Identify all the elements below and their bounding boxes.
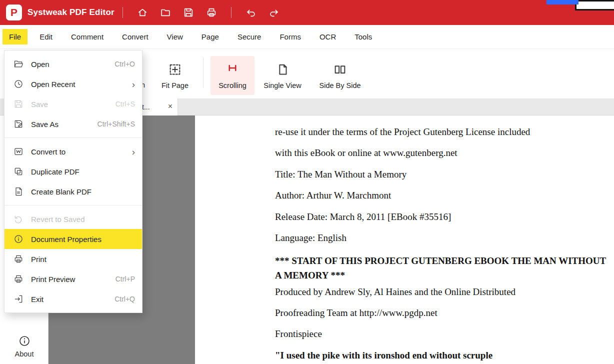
menu-item-document-properties[interactable]: Document Properties: [4, 229, 142, 249]
document-line: Language: English: [275, 232, 346, 244]
info-icon: [18, 335, 30, 347]
menu-item-shortcut: Ctrl+O: [114, 60, 135, 68]
menu-item-label: Convert to: [31, 148, 132, 156]
titlebar-divider: [231, 7, 232, 18]
menu-item-save[interactable]: Save Ctrl+S: [4, 94, 142, 114]
home-icon: [137, 7, 148, 18]
about-button[interactable]: About: [0, 335, 48, 358]
document-line: with this eBook or online at www.gutenbe…: [275, 148, 458, 158]
redo-button[interactable]: [262, 3, 286, 22]
document-line: *** START OF THIS PROJECT GUTENBERG EBOO…: [275, 254, 606, 282]
single-view-label: Single View: [264, 82, 302, 90]
printer-icon: [206, 7, 217, 18]
undo-icon: [245, 7, 257, 18]
save-icon: [183, 7, 194, 18]
app-logo: P: [6, 4, 22, 20]
save-icon: [14, 99, 24, 109]
menu-item-label: Revert to Saved: [31, 215, 135, 224]
titlebar-divider: [122, 7, 123, 18]
menu-divider: [4, 205, 142, 206]
menu-ocr[interactable]: OCR: [320, 29, 336, 44]
menu-item-label: Duplicate PDF: [31, 168, 135, 176]
menu-item-shortcut: Ctrl+S: [116, 100, 135, 108]
submenu-arrow-icon: ›: [132, 147, 135, 156]
about-label: About: [0, 350, 48, 358]
menu-item-label: Print: [31, 255, 135, 264]
menu-secure[interactable]: Secure: [238, 29, 262, 44]
menu-item-create-blank-pdf[interactable]: Create Blank PDF: [4, 182, 142, 202]
document-line: re-use it under the terms of the Project…: [275, 126, 530, 138]
scrolling-icon: [225, 62, 240, 77]
printer-icon: [14, 254, 24, 264]
document-line: "I used the pike with its ironshod end w…: [275, 350, 492, 361]
menu-item-duplicate-pdf[interactable]: Duplicate PDF: [4, 162, 142, 182]
file-dropdown-menu: Open Ctrl+O Open Recent › Save Ctrl+S Sa…: [4, 50, 142, 313]
side-by-side-icon: [332, 62, 348, 77]
print-button[interactable]: [200, 3, 223, 22]
document-tab-label: t...: [142, 103, 150, 111]
menu-item-label: Open Recent: [31, 80, 132, 88]
menu-tools[interactable]: Tools: [354, 29, 372, 44]
menu-item-shortcut: Ctrl+P: [116, 275, 135, 283]
menu-item-exit[interactable]: Exit Ctrl+Q: [4, 289, 142, 309]
menu-bar: File Edit Comment Convert View Page Secu…: [0, 25, 614, 49]
submenu-arrow-icon: ›: [132, 80, 135, 89]
single-view-icon: [275, 62, 290, 77]
redo-icon: [268, 7, 280, 18]
undo-button[interactable]: [240, 3, 262, 22]
single-view-button[interactable]: Single View: [258, 56, 306, 95]
menu-item-shortcut: Ctrl+Shift+S: [98, 120, 135, 128]
toolbar-divider: [203, 57, 204, 88]
menu-convert[interactable]: Convert: [122, 29, 148, 44]
tab-close-icon[interactable]: ×: [168, 102, 172, 111]
fit-page-label: Fit Page: [162, 82, 188, 90]
home-button[interactable]: [131, 3, 154, 22]
title-bar: P Systweak PDF Editor: [0, 0, 614, 25]
fit-page-icon: [168, 62, 182, 77]
blank-pdf-icon: [14, 186, 24, 196]
save-button[interactable]: [177, 3, 200, 22]
scrolling-button[interactable]: Scrolling: [210, 56, 254, 95]
open-file-button[interactable]: [154, 3, 177, 22]
folder-open-icon: [14, 59, 24, 69]
convert-word-icon: [14, 146, 24, 156]
duplicate-icon: [14, 166, 24, 176]
exit-icon: [14, 294, 24, 304]
folder-icon: [160, 7, 171, 18]
document-line: Frontispiece: [275, 328, 322, 340]
menu-edit[interactable]: Edit: [40, 29, 52, 44]
menu-item-open[interactable]: Open Ctrl+O: [4, 54, 142, 74]
document-line: Produced by Andrew Sly, Al Haines and th…: [275, 286, 516, 298]
document-line: Author: Arthur W. Marchmont: [275, 190, 391, 201]
menu-item-label: Save: [31, 100, 116, 108]
menu-item-convert-to[interactable]: Convert to ›: [4, 142, 142, 162]
menu-file[interactable]: File: [2, 29, 28, 44]
document-line: Title: The Man Without a Memory: [275, 169, 406, 180]
app-window: { "app": { "title": "Systweak PDF Editor…: [0, 0, 614, 364]
menu-item-revert-to-saved[interactable]: Revert to Saved: [4, 209, 142, 229]
menu-forms[interactable]: Forms: [280, 29, 301, 44]
app-title: Systweak PDF Editor: [28, 8, 114, 18]
menu-view[interactable]: View: [167, 29, 183, 44]
menu-item-print[interactable]: Print: [4, 249, 142, 269]
revert-icon: [14, 214, 24, 224]
menu-divider: [4, 138, 142, 138]
side-by-side-button[interactable]: Side By Side: [313, 56, 367, 95]
scrolling-label: Scrolling: [218, 82, 246, 90]
menu-item-save-as[interactable]: Save As Ctrl+Shift+S: [4, 114, 142, 134]
menu-item-label: Document Properties: [31, 235, 135, 244]
menu-page[interactable]: Page: [202, 29, 219, 44]
menu-item-label: Exit: [31, 295, 114, 304]
menu-item-label: Create Blank PDF: [31, 188, 135, 196]
menu-comment[interactable]: Comment: [71, 29, 104, 44]
menu-item-label: Open: [31, 60, 114, 68]
info-icon: [14, 234, 24, 244]
menu-item-shortcut: Ctrl+Q: [114, 295, 135, 303]
menu-item-print-preview[interactable]: Print Preview Ctrl+P: [4, 269, 142, 289]
app-logo-glyph: P: [10, 6, 18, 18]
menu-item-open-recent[interactable]: Open Recent ›: [4, 74, 142, 94]
external-window-blue-bar: [546, 0, 578, 4]
fit-page-button[interactable]: Fit Page: [153, 56, 197, 95]
print-preview-icon: [14, 274, 24, 284]
side-by-side-label: Side By Side: [319, 82, 360, 90]
